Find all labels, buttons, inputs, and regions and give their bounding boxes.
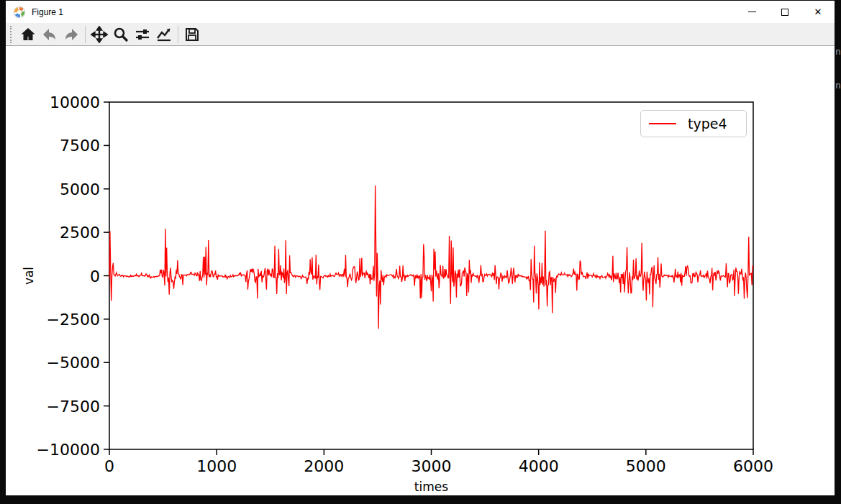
x-axis-label: times bbox=[414, 480, 448, 494]
background-terminal-glyph: n bbox=[835, 46, 841, 57]
series-line-type4 bbox=[109, 185, 753, 329]
background-terminal-glyph: n bbox=[835, 80, 841, 91]
configure-subplots-button[interactable] bbox=[132, 24, 153, 45]
y-tick-label: −2500 bbox=[47, 311, 100, 329]
legend-line-sample bbox=[649, 123, 676, 124]
minimize-button[interactable] bbox=[735, 1, 768, 23]
back-button[interactable] bbox=[39, 24, 60, 45]
y-tick-label: −7500 bbox=[47, 398, 100, 416]
x-tick-label: 1000 bbox=[196, 457, 237, 475]
home-icon bbox=[19, 26, 37, 43]
x-tick-label: 0 bbox=[104, 457, 114, 475]
line-chart-icon bbox=[155, 26, 173, 43]
window-controls: ✕ bbox=[735, 1, 835, 23]
figure-window: Figure 1 ✕ bbox=[6, 1, 835, 495]
zoom-button[interactable] bbox=[110, 24, 132, 45]
minimize-icon bbox=[748, 12, 756, 12]
close-button[interactable]: ✕ bbox=[801, 1, 835, 23]
pan-button[interactable] bbox=[88, 24, 110, 45]
navigation-toolbar bbox=[6, 23, 835, 46]
move-arrows-icon bbox=[91, 26, 108, 43]
x-tick-label: 5000 bbox=[626, 457, 666, 475]
legend: type4 bbox=[640, 110, 747, 137]
magnifier-icon bbox=[112, 26, 129, 43]
matplotlib-logo-icon bbox=[14, 6, 25, 18]
arrow-right-icon bbox=[63, 26, 80, 43]
y-tick-label: 2500 bbox=[60, 224, 100, 242]
y-tick-label: 0 bbox=[90, 267, 100, 285]
sliders-icon bbox=[134, 26, 151, 43]
x-tick-label: 3000 bbox=[412, 457, 452, 475]
legend-entry-label: type4 bbox=[688, 116, 727, 132]
close-icon: ✕ bbox=[814, 7, 822, 17]
y-tick-label: 10000 bbox=[50, 93, 100, 111]
edit-axes-button[interactable] bbox=[153, 24, 175, 45]
forward-button[interactable] bbox=[60, 24, 82, 45]
toolbar-separator bbox=[85, 26, 86, 43]
y-tick-label: 7500 bbox=[60, 137, 100, 155]
home-button[interactable] bbox=[17, 24, 39, 45]
y-axis-label: val bbox=[22, 267, 36, 285]
floppy-disk-icon bbox=[183, 26, 201, 43]
x-tick-label: 4000 bbox=[519, 457, 559, 475]
arrow-left-icon bbox=[41, 26, 58, 43]
titlebar[interactable]: Figure 1 ✕ bbox=[6, 1, 835, 23]
save-button[interactable] bbox=[181, 24, 203, 45]
y-tick-label: 5000 bbox=[60, 180, 100, 198]
y-tick-label: −5000 bbox=[47, 354, 100, 372]
y-tick-label: −10000 bbox=[37, 441, 100, 459]
figure-canvas: 100007500500025000−2500−5000−7500−100000… bbox=[6, 47, 835, 495]
toolbar-grip[interactable] bbox=[10, 26, 13, 43]
maximize-icon bbox=[781, 9, 788, 16]
toolbar-separator bbox=[178, 26, 178, 43]
x-tick-label: 2000 bbox=[304, 457, 344, 475]
x-tick-label: 6000 bbox=[733, 457, 773, 475]
window-title: Figure 1 bbox=[32, 7, 63, 17]
maximize-button[interactable] bbox=[768, 1, 801, 23]
